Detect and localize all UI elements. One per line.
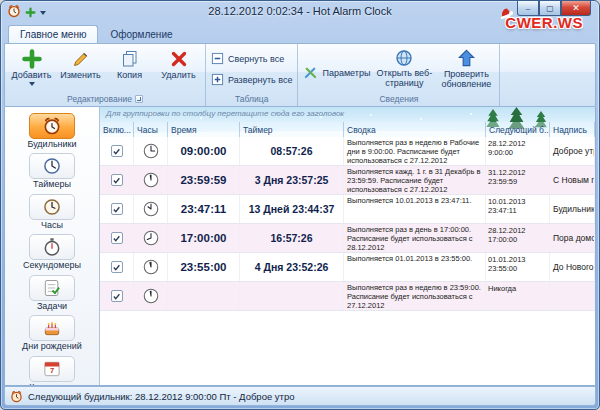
tab-appearance[interactable]: Оформление (99, 26, 183, 43)
column-header-clock[interactable]: Часы (134, 122, 168, 137)
sidebar: Будильники Таймеры Часы Секундомеры Зада… (5, 107, 100, 385)
status-bar: Следующий будильник: 28.12.2012 9:00:00 … (4, 386, 596, 406)
parameters-button[interactable]: Параметры (300, 63, 373, 82)
alarm-countdown: 3 Дня 23:57:25 (240, 166, 344, 194)
enabled-checkbox[interactable] (111, 232, 123, 244)
alarm-countdown: 13 Дней 23:44:37 (240, 195, 344, 223)
dialog-launcher-icon[interactable] (135, 95, 143, 103)
chevron-down-icon[interactable] (40, 11, 46, 15)
add-icon (22, 49, 42, 69)
column-header-time[interactable]: Время (168, 122, 240, 137)
globe-icon (395, 49, 413, 67)
edit-button[interactable]: Изменить (56, 46, 105, 82)
column-header-timer[interactable]: Таймер (240, 122, 344, 137)
enabled-checkbox[interactable] (111, 174, 123, 186)
quick-add-button[interactable] (25, 4, 36, 22)
check-icon (112, 147, 121, 156)
table-row[interactable]: 09:00:00 08:57:26 Выполняется раз в неде… (100, 137, 595, 166)
ribbon-group-info: Параметры Открыть веб-страницу Проверить… (298, 44, 500, 106)
tab-main-menu[interactable]: Главное меню (8, 25, 98, 43)
check-icon (112, 205, 121, 214)
enabled-checkbox[interactable] (111, 203, 123, 215)
group-label-table: Таблица (235, 94, 268, 104)
table-row[interactable]: Выполняется раз в неделю в 23:59:00. Рас… (100, 282, 595, 311)
column-header-summary[interactable]: Сводка (344, 122, 486, 137)
check-icon (112, 263, 121, 272)
stopwatch-icon (42, 237, 62, 257)
sidebar-item-clocks[interactable]: Часы (8, 193, 96, 233)
copy-button[interactable]: Копия (105, 46, 154, 82)
alarm-countdown (240, 282, 344, 310)
clock-face-icon (142, 171, 160, 189)
check-icon (112, 292, 121, 301)
sidebar-item-birthdays[interactable]: Дни рождений (8, 314, 96, 354)
cwer-watermark: CWER.WS (505, 14, 583, 31)
check-icon (112, 176, 121, 185)
alarm-next: 28.12.2012 9:00:00 (486, 137, 550, 165)
clock-face-icon (142, 258, 160, 276)
check-update-button[interactable]: Проверить обновление (435, 46, 497, 91)
delete-button[interactable]: Удалить (154, 46, 203, 82)
ribbon: Добавить Изменить Копия Удалить Редактир… (4, 43, 596, 107)
alarm-countdown: 4 Дня 23:52:26 (240, 253, 344, 281)
clock-face-icon (142, 142, 160, 160)
timer-icon (42, 156, 62, 176)
clock-face-icon (142, 287, 160, 305)
delete-x-icon (169, 49, 189, 69)
collapse-all-icon (211, 52, 224, 65)
enabled-checkbox[interactable] (111, 145, 123, 157)
alarm-clock-icon (10, 390, 23, 403)
table-header-winter-band: Для группировки по столбцу перетащите сю… (100, 107, 595, 137)
enabled-checkbox[interactable] (111, 261, 123, 273)
alarm-next: 28.12.2012 17:00:00 (486, 224, 550, 252)
alarm-countdown: 08:57:26 (240, 137, 344, 165)
enabled-checkbox[interactable] (111, 290, 123, 302)
alarm-next: 31.12.2012 23:59:59 (486, 166, 550, 194)
main-body: Будильники Таймеры Часы Секундомеры Зада… (4, 107, 596, 386)
column-header-enabled[interactable]: Вклю... (100, 122, 134, 137)
group-by-drop-zone[interactable]: Для группировки по столбцу перетащите сю… (106, 109, 344, 118)
open-web-page-button[interactable]: Открыть веб-страницу (373, 46, 435, 90)
alarm-time: 23:47:11 (168, 195, 240, 223)
column-header-next[interactable]: Следующий б... (486, 122, 550, 137)
alarm-clock-icon (42, 116, 62, 136)
alarm-next: 01.01.2013 23:55:00 (486, 253, 550, 281)
birthday-cake-icon (42, 318, 62, 338)
table-rows: 09:00:00 08:57:26 Выполняется раз в неде… (100, 137, 595, 385)
alarm-summary: Выполняется 10.01.2013 в 23:47:11. (344, 195, 486, 223)
watermark-text: CWER.WS (505, 14, 583, 31)
calendar-icon: 7 (42, 359, 62, 379)
chevron-down-icon (29, 82, 35, 86)
add-button[interactable]: Добавить (7, 46, 56, 87)
alarm-time: 17:00:00 (168, 224, 240, 252)
collapse-all-button[interactable]: Свернуть все (208, 50, 287, 67)
tasks-icon (42, 278, 62, 298)
pencil-icon (71, 49, 91, 69)
expand-all-button[interactable]: Развернуть все (208, 71, 295, 88)
status-text: Следующий будильник: 28.12.2012 9:00:00 … (28, 391, 295, 402)
alarm-caption: До Нового года (550, 253, 595, 281)
alarm-table: Для группировки по столбцу перетащите сю… (100, 107, 595, 385)
clock-face-icon (142, 200, 160, 218)
column-header-caption[interactable]: Надпись (550, 122, 595, 137)
alarm-countdown: 16:57:26 (240, 224, 344, 252)
column-header-row: Вклю... Часы Время Таймер Сводка Следующ… (100, 122, 595, 137)
table-row[interactable]: 17:00:00 16:57:26 Выполняется раз в день… (100, 224, 595, 253)
sidebar-item-alarms[interactable]: Будильники (8, 112, 96, 152)
alarm-summary: Выполняется раз в день в 17:00:00. Распи… (344, 224, 486, 252)
table-row[interactable]: 23:55:00 4 Дня 23:52:26 Выполняется 01.0… (100, 253, 595, 282)
alarm-time: 09:00:00 (168, 137, 240, 165)
table-row[interactable]: 23:59:59 3 Дня 23:57:25 Выполняется кажд… (100, 166, 595, 195)
alarm-summary: Выполняется 01.01.2013 в 23:55:00. (344, 253, 486, 281)
app-icon[interactable] (7, 4, 21, 22)
alarm-caption: С Новым годом (550, 166, 595, 194)
svg-text:7: 7 (50, 366, 54, 375)
sidebar-item-tasks[interactable]: Задачи (8, 274, 96, 314)
table-row[interactable]: 23:47:11 13 Дней 23:44:37 Выполняется 10… (100, 195, 595, 224)
alarm-time (168, 282, 240, 310)
expand-all-icon (211, 73, 224, 86)
alarm-caption (550, 282, 595, 310)
sidebar-item-calendar[interactable]: 7 Календарь (8, 355, 96, 386)
sidebar-item-stopwatches[interactable]: Секундомеры (8, 233, 96, 273)
sidebar-item-timers[interactable]: Таймеры (8, 152, 96, 192)
